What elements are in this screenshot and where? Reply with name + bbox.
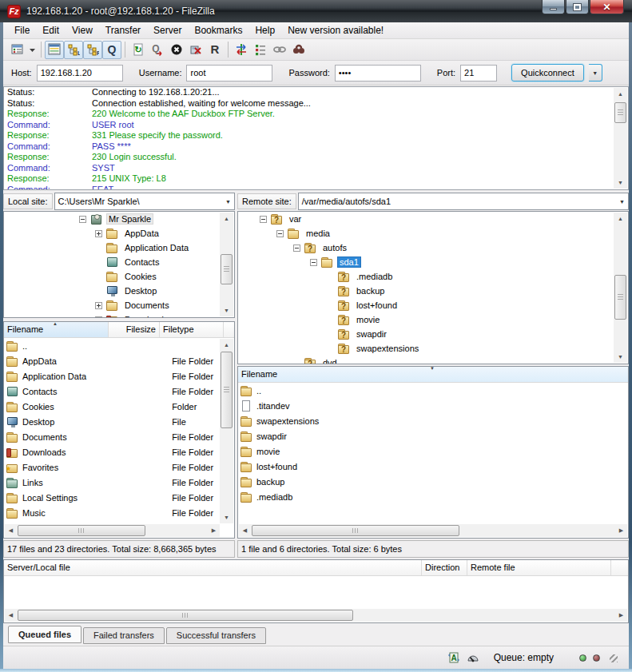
tree-item[interactable]: backup	[238, 284, 628, 298]
scroll-down-icon[interactable]: ▼	[220, 511, 233, 523]
remote-list-hscrollbar[interactable]: ◀ ▶	[239, 524, 627, 537]
file-list-row[interactable]: Favorites File Folder	[4, 459, 234, 475]
file-list-row[interactable]: ..	[238, 383, 628, 398]
tree-item[interactable]: lost+found	[238, 298, 628, 312]
local-site-combobox[interactable]: C:\Users\Mr Sparkle\ ▼	[54, 193, 235, 210]
site-manager-button[interactable]	[8, 41, 27, 59]
reconnect-button[interactable]: R	[205, 41, 225, 59]
tree-item[interactable]: Application Data	[4, 241, 234, 255]
tree-item[interactable]: dvd	[238, 356, 628, 364]
scroll-left-icon[interactable]: ◀	[239, 524, 251, 537]
filename-column-header[interactable]: ▼ Filename	[238, 367, 628, 382]
remote-directory-tree[interactable]: var media autofs	[237, 211, 629, 364]
titlebar[interactable]: Fz 192.168.1.20 - root@192.168.1.20 - Fi…	[0, 0, 632, 22]
file-list-row[interactable]: Music File Folder	[4, 505, 234, 520]
expander-icon[interactable]	[79, 216, 86, 223]
log-scrollbar-thumb[interactable]	[614, 102, 626, 123]
port-input[interactable]	[460, 65, 497, 82]
remote-site-combobox[interactable]: /var/media/autofs/sda1 ▼	[298, 193, 629, 210]
tree-item[interactable]: var	[238, 212, 628, 226]
local-list-hscrollbar[interactable]: ◀ ▶	[5, 524, 220, 537]
find-files-button[interactable]	[289, 41, 308, 59]
password-input[interactable]	[335, 65, 421, 82]
file-list-row[interactable]: swapdir	[238, 428, 628, 443]
queue-hscrollbar[interactable]: ◀ ▶	[5, 609, 627, 622]
directory-listing-filters-button[interactable]	[251, 41, 270, 59]
message-log[interactable]: Status: Connecting to 192.168.1.20:21...…	[3, 86, 629, 190]
file-list-row[interactable]: Local Settings File Folder	[4, 490, 234, 505]
menu-item[interactable]: File	[8, 23, 36, 38]
log-scrollbar[interactable]: ▲ ▼	[614, 88, 627, 189]
file-list-row[interactable]: Documents File Folder	[4, 429, 234, 444]
tree-item[interactable]: Mr Sparkle	[4, 212, 234, 226]
scroll-left-icon[interactable]: ◀	[5, 524, 17, 537]
remote-file-list[interactable]: ▼ Filename .. .titandev	[237, 366, 629, 539]
cancel-operation-button[interactable]	[167, 41, 186, 59]
file-list-row[interactable]: AppData File Folder	[4, 353, 234, 368]
file-list-row[interactable]: movie	[238, 443, 628, 459]
local-list-scrollbar[interactable]: ▲ ▼	[220, 339, 233, 523]
remote-list-hscrollbar-thumb[interactable]	[252, 525, 459, 536]
tree-item[interactable]: Cookies	[4, 269, 234, 284]
direction-column-header[interactable]: Direction	[422, 560, 467, 575]
filesize-column-header[interactable]: Filesize	[109, 322, 160, 337]
local-directory-tree[interactable]: Mr Sparkle AppData Application Data	[3, 211, 235, 318]
remote-file-column-header[interactable]: Remote file	[467, 560, 611, 575]
menu-item[interactable]: Bookmarks	[188, 23, 248, 38]
queue-tab[interactable]: Successful transfers	[166, 627, 266, 644]
file-list-row[interactable]: Application Data File Folder	[4, 368, 234, 384]
remote-tree-scrollbar[interactable]: ▲ ▼	[614, 213, 627, 363]
synchronized-browsing-button[interactable]	[270, 41, 289, 59]
file-list-row[interactable]: Desktop File	[4, 414, 234, 429]
resize-grip[interactable]	[608, 653, 618, 662]
scroll-left-icon[interactable]: ◀	[5, 609, 17, 622]
file-list-row[interactable]: backup	[238, 474, 628, 489]
scroll-down-icon[interactable]: ▼	[220, 304, 233, 316]
local-tree-scrollbar-thumb[interactable]	[221, 254, 233, 284]
local-file-list[interactable]: ▲ Filename Filesize Filetype ..	[3, 321, 235, 539]
scroll-up-icon[interactable]: ▲	[220, 213, 233, 225]
minimize-button[interactable]	[542, 0, 565, 14]
tree-item[interactable]: Contacts	[4, 255, 234, 269]
local-list-scrollbar-thumb[interactable]	[221, 352, 233, 428]
queue-tab[interactable]: Failed transfers	[83, 627, 165, 644]
host-input[interactable]	[37, 65, 123, 82]
combo-arrow-icon[interactable]: ▼	[619, 199, 625, 205]
expander-icon[interactable]	[310, 259, 317, 266]
site-manager-dropdown-button[interactable]	[27, 41, 38, 59]
scroll-right-icon[interactable]: ▶	[615, 524, 627, 537]
directory-comparison-button[interactable]	[232, 41, 251, 59]
maximize-button[interactable]	[566, 0, 589, 14]
menu-item[interactable]: Edit	[36, 23, 66, 38]
tree-item[interactable]: autofs	[238, 241, 628, 255]
tree-item[interactable]: sda1	[238, 255, 628, 269]
speed-limits-icon[interactable]	[467, 651, 479, 664]
filetype-column-header[interactable]: Filetype	[160, 322, 224, 337]
menu-item[interactable]: New version available!	[281, 23, 390, 38]
transfer-queue-panel[interactable]: Server/Local file Direction Remote file …	[3, 559, 629, 623]
toggle-message-log-button[interactable]	[45, 41, 64, 59]
toggle-local-tree-button[interactable]: L	[64, 41, 83, 59]
scroll-up-icon[interactable]: ▲	[614, 88, 627, 100]
toggle-queue-button[interactable]: Q	[102, 41, 121, 59]
scroll-down-icon[interactable]: ▼	[614, 351, 627, 363]
remote-tree-scrollbar-thumb[interactable]	[614, 275, 626, 320]
file-list-row[interactable]: Cookies Folder	[4, 399, 234, 414]
toggle-remote-tree-button[interactable]: F	[83, 41, 102, 59]
file-list-row[interactable]: Downloads File Folder	[4, 444, 234, 459]
local-list-hscrollbar-thumb[interactable]	[18, 525, 145, 536]
scroll-up-icon[interactable]: ▲	[220, 339, 233, 351]
quickconnect-button[interactable]: Quickconnect	[511, 64, 584, 82]
file-list-row[interactable]: ..	[4, 338, 234, 353]
filename-column-header[interactable]: ▲ Filename	[4, 322, 109, 337]
file-list-row[interactable]: lost+found	[238, 459, 628, 474]
expander-icon[interactable]	[95, 316, 102, 319]
tree-item[interactable]: swapdir	[238, 327, 628, 341]
tree-item[interactable]: movie	[238, 312, 628, 327]
menu-item[interactable]: Server	[147, 23, 188, 38]
tree-item[interactable]: AppData	[4, 226, 234, 241]
expander-icon[interactable]	[95, 230, 102, 237]
menu-item[interactable]: Help	[248, 23, 281, 38]
expander-icon[interactable]	[260, 216, 267, 223]
file-list-row[interactable]: swapextensions	[238, 413, 628, 428]
